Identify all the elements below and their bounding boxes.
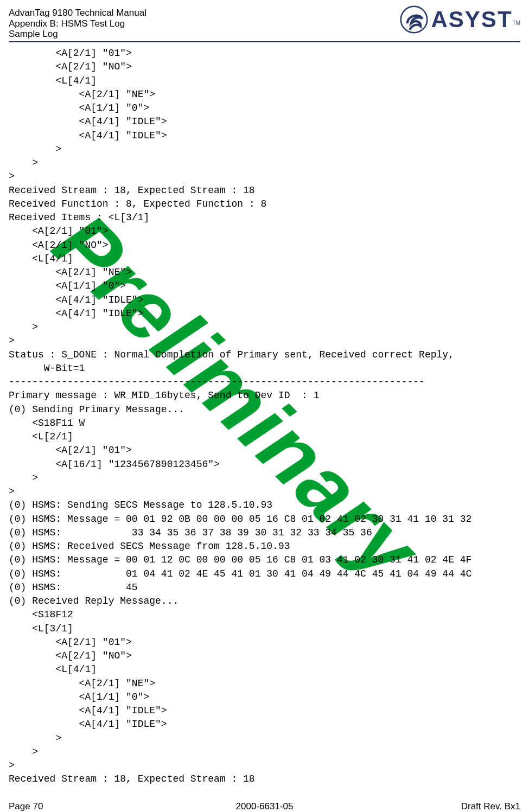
page-header: AdvanTag 9180 Technical Manual Appendix … <box>9 8 520 41</box>
footer-revision: Draft Rev. Bx1 <box>461 801 520 812</box>
brand-name: ASYST <box>431 7 513 33</box>
header-rule <box>9 41 520 42</box>
brand-logo: ASYST TM <box>400 5 520 34</box>
asyst-swirl-icon <box>400 5 428 34</box>
footer-doc-number: 2000-6631-05 <box>9 801 520 812</box>
trademark-symbol: TM <box>513 20 520 26</box>
page: AdvanTag 9180 Technical Manual Appendix … <box>0 0 529 812</box>
log-body: <A[2/1] "01"> <A[2/1] "NO"> <L[4/1] <A[2… <box>9 47 520 787</box>
